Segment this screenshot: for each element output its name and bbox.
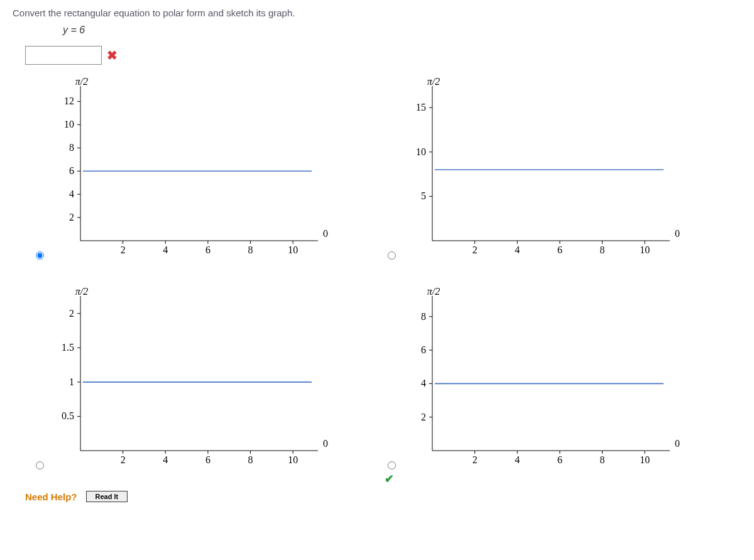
x-tick-label: 4 [163, 244, 168, 255]
y-tick-label: 8 [421, 311, 426, 322]
y-tick-label: 6 [69, 165, 74, 176]
read-it-button[interactable]: Read It [86, 491, 128, 502]
x-tick-label: 8 [600, 244, 605, 255]
y-axis-label: π/2 [427, 76, 440, 87]
x-tick-label: 6 [557, 244, 562, 255]
x-tick-label: 6 [205, 454, 210, 465]
y-tick-label: 0.5 [62, 410, 74, 421]
x-axis-label: 0 [675, 438, 680, 449]
need-help-label: Need Help? [25, 491, 77, 502]
x-tick-label: 10 [640, 244, 650, 255]
chart-option-2: 24681051015π/20 [402, 77, 729, 262]
y-tick-label: 8 [69, 142, 74, 153]
chart-option-1: 24681024681012π/20 [50, 77, 377, 262]
y-tick-label: 1 [69, 376, 74, 387]
equation: y = 6 [63, 25, 741, 36]
x-tick-label: 6 [557, 454, 562, 465]
chart-plot: 24681051015π/20 [402, 77, 679, 260]
y-axis-label: π/2 [427, 286, 440, 297]
y-tick-label: 10 [416, 146, 426, 157]
chart-option-3: 2468100.511.52π/20 [50, 287, 377, 472]
y-tick-label: 1.5 [62, 342, 74, 353]
graph-radio-4[interactable] [388, 461, 396, 469]
x-tick-label: 2 [121, 244, 126, 255]
y-axis-label: π/2 [75, 286, 88, 297]
incorrect-icon: ✖ [107, 48, 117, 63]
graph-radio-1[interactable] [36, 251, 44, 260]
question-prompt: Convert the rectangular equation to pola… [13, 8, 741, 18]
y-tick-label: 4 [421, 378, 426, 388]
chart-plot: 2468100.511.52π/20 [50, 287, 327, 469]
x-tick-label: 2 [473, 244, 478, 255]
y-tick-label: 15 [416, 102, 426, 113]
x-axis-label: 0 [675, 228, 680, 239]
correct-indicator-icon: ✔ [385, 472, 394, 486]
chart-plot: 2468102468π/20 [402, 287, 679, 469]
x-tick-label: 2 [121, 454, 126, 465]
x-tick-label: 8 [600, 454, 605, 465]
x-tick-label: 10 [640, 454, 650, 465]
y-axis-label: π/2 [75, 76, 88, 87]
graph-radio-3[interactable] [36, 461, 44, 469]
y-tick-label: 5 [421, 190, 426, 201]
x-axis-label: 0 [323, 438, 328, 449]
x-tick-label: 2 [473, 454, 478, 465]
x-tick-label: 4 [515, 454, 520, 465]
y-tick-label: 4 [69, 189, 74, 199]
x-tick-label: 10 [288, 454, 298, 465]
x-tick-label: 10 [288, 244, 298, 255]
x-tick-label: 8 [248, 454, 253, 465]
y-tick-label: 2 [69, 308, 74, 319]
chart-option-4: ✔2468102468π/20 [402, 287, 729, 472]
answer-input[interactable] [25, 46, 102, 65]
x-tick-label: 8 [248, 244, 253, 255]
y-tick-label: 2 [69, 212, 74, 222]
y-tick-label: 10 [64, 119, 74, 129]
y-tick-label: 6 [421, 344, 426, 355]
y-tick-label: 2 [421, 412, 426, 422]
x-tick-label: 6 [205, 244, 210, 255]
y-tick-label: 12 [64, 96, 74, 106]
x-axis-label: 0 [323, 228, 328, 239]
x-tick-label: 4 [515, 244, 520, 255]
chart-plot: 24681024681012π/20 [50, 77, 327, 260]
graph-radio-2[interactable] [388, 251, 396, 260]
x-tick-label: 4 [163, 454, 168, 465]
